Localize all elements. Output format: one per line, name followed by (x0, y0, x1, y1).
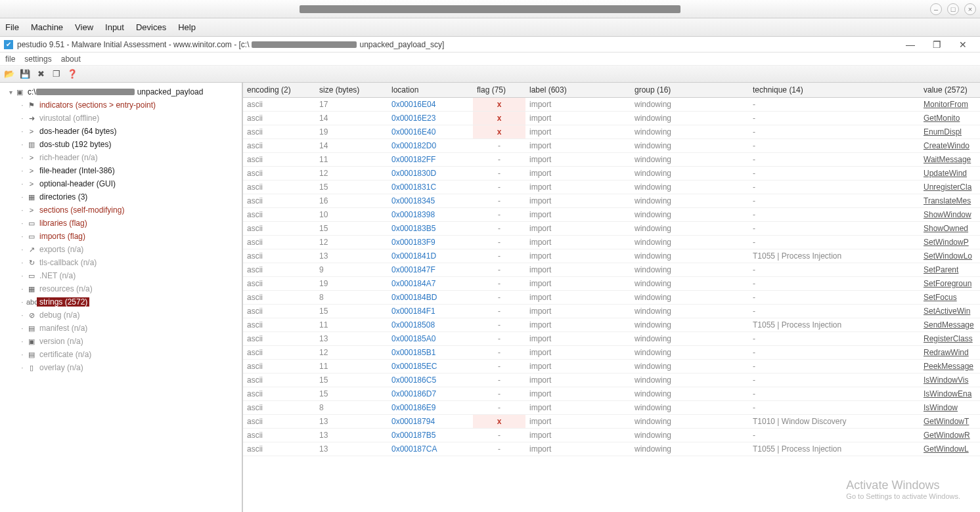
table-row[interactable]: ascii110x00018508-importwindowingT1055 |… (243, 318, 980, 332)
vm-menu-view[interactable]: View (75, 22, 93, 32)
tree-expander-icon[interactable]: · (18, 194, 26, 201)
tree-item[interactable]: ·▤certificate (n/a) (4, 348, 242, 361)
tree-expander-icon[interactable]: · (18, 181, 26, 188)
tree-item[interactable]: ·>rich-header (n/a) (4, 151, 242, 164)
tree-root[interactable]: ▾ ▣ c:\ unpacked_payload (4, 85, 242, 98)
tree-item[interactable]: ·➜virustotal (offline) (4, 112, 242, 125)
tree-expander-icon[interactable]: · (18, 351, 26, 358)
vm-menu-machine[interactable]: Machine (31, 22, 63, 32)
col-encoding[interactable]: encoding (2) (243, 83, 315, 98)
tree-expander-icon[interactable]: · (18, 115, 26, 122)
table-row[interactable]: ascii150x000186C5-importwindowing-IsWind… (243, 373, 980, 387)
tree-expander-icon[interactable]: · (18, 364, 26, 372)
table-row[interactable]: ascii100x00018398-importwindowing-ShowWi… (243, 208, 980, 222)
table-row[interactable]: ascii110x000185EC-importwindowing-PeekMe… (243, 360, 980, 373)
col-technique[interactable]: technique (14) (749, 83, 920, 98)
table-row[interactable]: ascii150x000184F1-importwindowing-SetAct… (243, 305, 980, 318)
tree-expander-icon[interactable]: · (18, 167, 26, 175)
tree-item[interactable]: ·▤manifest (n/a) (4, 322, 242, 335)
tree-expander-icon[interactable]: · (18, 286, 26, 293)
app-menu-file[interactable]: file (5, 54, 15, 64)
save-icon[interactable]: 💾 (20, 69, 30, 79)
table-row[interactable]: ascii170x00016E04ximportwindowing-Monito… (243, 98, 980, 112)
tree-item[interactable]: ·▦directories (3) (4, 190, 242, 203)
vm-menu-devices[interactable]: Devices (136, 22, 166, 32)
vm-menu-help[interactable]: Help (178, 22, 196, 32)
table-row[interactable]: ascii120x0001830D-importwindowing-Update… (243, 167, 980, 181)
table-row[interactable]: ascii80x000184BD-importwindowing-SetFocu… (243, 291, 980, 305)
table-row[interactable]: ascii130x00018794ximportwindowingT1010 |… (243, 415, 980, 429)
vm-menu-input[interactable]: Input (105, 22, 124, 32)
app-maximize-button[interactable]: ❐ (924, 39, 950, 50)
tree-expander-icon[interactable]: · (18, 233, 26, 240)
tree-item[interactable]: ·⚑indicators (sections > entry-point) (4, 98, 242, 112)
table-row[interactable]: ascii150x000183B5-importwindowing-ShowOw… (243, 222, 980, 236)
close-file-icon[interactable]: ✖ (35, 69, 46, 79)
tree-item[interactable]: ·↻tls-callback (n/a) (4, 256, 242, 269)
tree-item[interactable]: ·⊘debug (n/a) (4, 309, 242, 322)
table-row[interactable]: ascii90x0001847F-importwindowing-SetPare… (243, 263, 980, 277)
col-size[interactable]: size (bytes) (315, 83, 388, 98)
tree-panel[interactable]: ▾ ▣ c:\ unpacked_payload ·⚑indicators (s… (0, 83, 243, 512)
table-row[interactable]: ascii140x00016E23ximportwindowing-GetMon… (243, 112, 980, 125)
table-row[interactable]: ascii150x0001831C-importwindowing-Unregi… (243, 181, 980, 194)
table-row[interactable]: ascii190x000184A7-importwindowing-SetFor… (243, 277, 980, 291)
table-row[interactable]: ascii150x000186D7-importwindowing-IsWind… (243, 387, 980, 401)
table-row[interactable]: ascii130x000187B5-importwindowing-GetWin… (243, 429, 980, 442)
tree-expander-icon[interactable]: · (18, 141, 26, 148)
tree-item[interactable]: ·>optional-header (GUI) (4, 177, 242, 190)
tree-item[interactable]: ·abcstrings (2572) (4, 295, 242, 309)
table-row[interactable]: ascii140x000182D0-importwindowing-Create… (243, 139, 980, 153)
tree-item[interactable]: ·↗exports (n/a) (4, 243, 242, 256)
tree-item[interactable]: ·>file-header (Intel-386) (4, 164, 242, 177)
copy-icon[interactable]: ❐ (51, 69, 62, 79)
tree-item[interactable]: ·▭.NET (n/a) (4, 269, 242, 282)
table-row[interactable]: ascii190x00016E40ximportwindowing-EnumDi… (243, 125, 980, 139)
help-icon[interactable]: ❓ (67, 69, 78, 79)
tree-expander-icon[interactable]: · (18, 272, 26, 280)
tree-item[interactable]: ·>sections (self-modifying) (4, 203, 242, 217)
tree-expander-icon[interactable]: · (18, 312, 26, 319)
table-row[interactable]: ascii130x000187CA-importwindowingT1055 |… (243, 442, 980, 456)
tree-expander-icon[interactable]: · (18, 259, 26, 267)
vm-close-button[interactable]: × (964, 3, 976, 15)
table-row[interactable]: ascii110x000182FF-importwindowing-WaitMe… (243, 153, 980, 167)
tree-expander-icon[interactable]: · (18, 299, 26, 306)
tree-expander-icon[interactable]: · (18, 325, 26, 332)
col-flag[interactable]: flag (75) (473, 83, 525, 98)
tree-expander-icon[interactable]: · (18, 207, 26, 214)
app-close-button[interactable]: ✕ (950, 39, 976, 50)
collapse-icon[interactable]: ▾ (7, 89, 14, 96)
col-label[interactable]: label (603) (525, 83, 631, 98)
tree-item[interactable]: ·▭imports (flag) (4, 230, 242, 243)
tree-expander-icon[interactable]: · (18, 154, 26, 161)
strings-table-panel[interactable]: encoding (2) size (bytes) location flag … (243, 83, 980, 512)
app-menu-settings[interactable]: settings (24, 54, 51, 64)
table-row[interactable]: ascii130x000185A0-importwindowing-Regist… (243, 332, 980, 346)
vm-maximize-button[interactable]: □ (947, 3, 959, 15)
tree-item[interactable]: ·>dos-header (64 bytes) (4, 125, 242, 138)
col-location[interactable]: location (388, 83, 473, 98)
tree-item[interactable]: ·▣version (n/a) (4, 335, 242, 348)
tree-item[interactable]: ·▥dos-stub (192 bytes) (4, 138, 242, 151)
tree-item[interactable]: ·▦resources (n/a) (4, 282, 242, 295)
table-row[interactable]: ascii160x00018345-importwindowing-Transl… (243, 194, 980, 208)
open-icon[interactable]: 📂 (4, 69, 14, 79)
table-row[interactable]: ascii80x000186E9-importwindowing-IsWindo… (243, 401, 980, 415)
tree-expander-icon[interactable]: · (18, 102, 26, 109)
app-menu-about[interactable]: about (61, 54, 81, 64)
tree-expander-icon[interactable]: · (18, 220, 26, 227)
vm-minimize-button[interactable]: – (930, 3, 942, 15)
tree-expander-icon[interactable]: · (18, 338, 26, 345)
app-minimize-button[interactable]: — (897, 39, 924, 50)
tree-expander-icon[interactable]: · (18, 246, 26, 253)
table-row[interactable]: ascii120x000185B1-importwindowing-Redraw… (243, 346, 980, 360)
vm-menu-file[interactable]: File (5, 22, 19, 32)
tree-expander-icon[interactable]: · (18, 128, 26, 135)
table-row[interactable]: ascii120x000183F9-importwindowing-SetWin… (243, 236, 980, 249)
col-group[interactable]: group (16) (631, 83, 749, 98)
tree-item[interactable]: ·▭libraries (flag) (4, 217, 242, 230)
col-value[interactable]: value (2572) (920, 83, 980, 98)
tree-item[interactable]: ·▯overlay (n/a) (4, 361, 242, 374)
table-row[interactable]: ascii130x0001841D-importwindowingT1055 |… (243, 249, 980, 263)
